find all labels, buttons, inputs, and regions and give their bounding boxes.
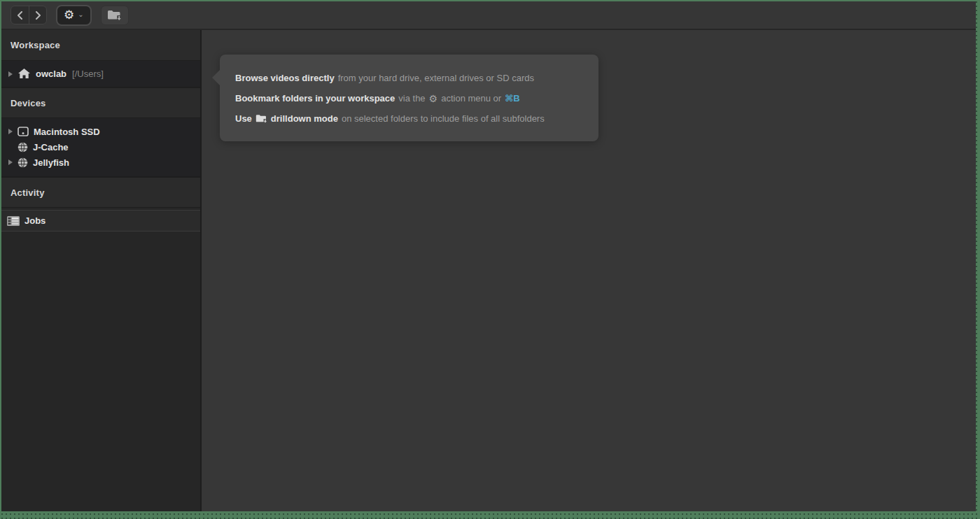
chevron-down-icon: ⌄ — [78, 10, 83, 18]
section-title: Devices — [10, 98, 46, 108]
folder-drilldown-icon — [255, 114, 267, 123]
sidebar-item-label: Jellyfish — [33, 157, 69, 168]
sidebar-item-path: [/Users] — [72, 69, 104, 79]
tip-browse-videos: Browse videos directly from your hard dr… — [235, 68, 583, 88]
network-drive-icon — [18, 142, 28, 152]
sidebar-item-label: Macintosh SSD — [34, 127, 100, 137]
sidebar-section-activity: Activity — [1, 177, 200, 208]
folder-drilldown-icon — [107, 10, 122, 20]
tip-text: via the — [398, 93, 425, 104]
disclosure-triangle-icon[interactable] — [8, 71, 13, 77]
tip-bold-text: Browse videos directly — [235, 73, 335, 83]
tip-bookmark-folders: Bookmark folders in your workspace via t… — [235, 88, 583, 108]
sidebar-section-devices: Devices — [1, 87, 200, 118]
sidebar-item-label: Jobs — [24, 215, 46, 226]
gear-icon: ⚙ — [64, 9, 74, 21]
tip-text: action menu or — [441, 93, 501, 104]
network-drive-icon — [18, 157, 28, 168]
section-title: Activity — [10, 187, 45, 198]
sidebar-item-jellyfish[interactable]: Jellyfish — [1, 155, 200, 170]
action-menu-button[interactable]: ⚙ ⌄ — [56, 5, 92, 26]
chevron-left-icon — [17, 11, 23, 20]
window-body: Workspace owclab [/Users] Devices — [1, 30, 976, 511]
tip-bold-text: Use — [235, 113, 252, 124]
history-nav — [10, 6, 47, 24]
main-content-area: Browse videos directly from your hard dr… — [202, 30, 976, 511]
tip-bold-text: Bookmark folders in your workspace — [235, 93, 395, 104]
chevron-right-icon — [35, 11, 41, 20]
toolbar: ⚙ ⌄ — [1, 1, 976, 30]
tip-bold-text: drilldown mode — [271, 113, 338, 124]
sidebar-item-owclab[interactable]: owclab [/Users] — [1, 61, 200, 87]
home-icon — [18, 69, 30, 79]
disclosure-triangle-icon[interactable] — [8, 129, 13, 134]
callout-arrow — [212, 70, 220, 85]
device-list: Macintosh SSD J-Cache Jell — [1, 118, 200, 177]
desktop-background: { "toolbar": { "gear_glyph": "⚙", "gear_… — [0, 0, 980, 519]
sidebar: Workspace owclab [/Users] Devices — [1, 30, 202, 511]
drilldown-mode-button[interactable] — [101, 6, 129, 25]
sidebar-item-macintosh-ssd[interactable]: Macintosh SSD — [1, 124, 200, 139]
jobs-list-icon — [7, 216, 20, 226]
sidebar-item-jobs[interactable]: Jobs — [1, 210, 200, 232]
sidebar-item-j-cache[interactable]: J-Cache — [1, 139, 200, 155]
gear-icon: ⚙ — [429, 94, 438, 104]
sidebar-item-label: J-Cache — [33, 142, 69, 152]
sidebar-section-workspace: Workspace — [1, 30, 200, 61]
sidebar-item-label: owclab — [36, 69, 66, 79]
internal-drive-icon — [18, 127, 29, 136]
sidebar-empty-area — [1, 232, 200, 511]
tip-text: on selected folders to include files of … — [342, 113, 545, 124]
back-button[interactable] — [11, 6, 29, 24]
disclosure-triangle-icon[interactable] — [8, 159, 13, 165]
tip-text: from your hard drive, external drives or… — [338, 73, 534, 83]
section-title: Workspace — [10, 40, 60, 50]
keyboard-shortcut: ⌘B — [505, 93, 519, 104]
tip-drilldown-mode: Use drilldown mode on selected folders t… — [235, 108, 583, 129]
app-window: ⚙ ⌄ Workspace owclab [/Users] — [1, 1, 976, 511]
forward-button[interactable] — [29, 6, 46, 24]
onboarding-tips-callout: Browse videos directly from your hard dr… — [220, 55, 598, 141]
